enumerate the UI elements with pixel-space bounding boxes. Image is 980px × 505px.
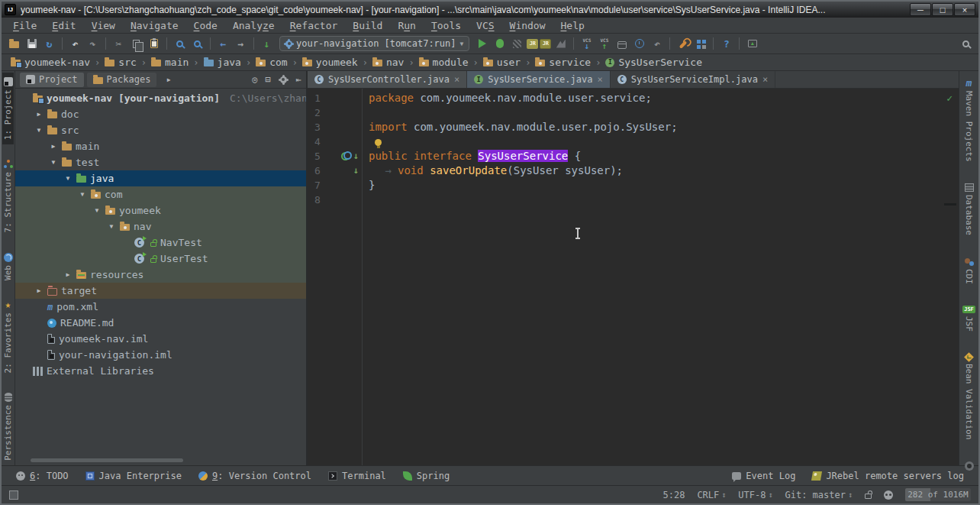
- find-icon[interactable]: [172, 35, 188, 52]
- collapsed-arrow-icon[interactable]: ▶: [63, 271, 73, 278]
- tree-row-com[interactable]: ▼com: [15, 186, 306, 202]
- tree-row-main[interactable]: ▶main: [15, 138, 306, 154]
- editor-tab-sysuserservice-java[interactable]: ISysUserService.java×: [467, 71, 611, 88]
- hide-panel-icon[interactable]: ⇤: [296, 74, 301, 85]
- tool-stripe-bean-validation[interactable]: Bean Validation: [963, 348, 975, 444]
- tool-stripe-jsf[interactable]: JSFJSF: [962, 301, 976, 336]
- maximize-button[interactable]: □: [932, 3, 953, 16]
- menu-build[interactable]: Build: [346, 19, 389, 32]
- line-number[interactable]: 5: [308, 149, 327, 163]
- tree-row-doc[interactable]: ▶doc: [15, 106, 306, 122]
- editor-tab-sysusercontroller-java[interactable]: CSysUserController.java×: [308, 71, 467, 88]
- implemented-marker-icon[interactable]: [341, 151, 352, 161]
- breadcrumb-item-sysuserservice[interactable]: ISysUserService: [602, 57, 705, 68]
- menu-tools[interactable]: Tools: [424, 19, 468, 32]
- save-all-icon[interactable]: [24, 35, 40, 52]
- unlock-icon[interactable]: [865, 494, 872, 499]
- tree-row-navtest[interactable]: CNavTest: [15, 235, 306, 251]
- tree-row-nav[interactable]: ▼nav: [15, 219, 306, 235]
- tree-row-target[interactable]: ▶target: [15, 283, 306, 299]
- cut-icon[interactable]: ✂: [111, 35, 127, 52]
- jrebel-executor-icon[interactable]: [553, 35, 569, 52]
- breadcrumb-item-src[interactable]: src: [102, 57, 139, 68]
- search-everywhere-icon[interactable]: [958, 35, 974, 52]
- code-editor[interactable]: 12345↓6↓78 package com.youmeek.nav.modul…: [308, 89, 959, 465]
- locate-file-icon[interactable]: ◎: [252, 74, 257, 85]
- menu-run[interactable]: Run: [391, 19, 422, 32]
- project-view-tab[interactable]: Project: [20, 73, 84, 87]
- menu-code[interactable]: Code: [187, 19, 224, 32]
- toolwindow-button-terminal[interactable]: Terminal: [321, 469, 393, 483]
- help-icon[interactable]: ?: [718, 35, 734, 52]
- project-settings-gear-icon[interactable]: [280, 76, 287, 83]
- replace-icon[interactable]: [189, 35, 205, 52]
- tree-row-youmeek-nav-iml[interactable]: youmeek-nav.iml: [15, 331, 306, 347]
- editor-tab-sysuserserviceimpl-java[interactable]: CSysUserServiceImpl.java×: [611, 71, 775, 88]
- tool-stripe-database[interactable]: Database: [963, 179, 975, 240]
- tree-row-external-libraries[interactable]: External Libraries: [15, 363, 306, 379]
- commit-changes-icon[interactable]: VCS↑: [596, 35, 612, 52]
- tree-row-java[interactable]: ▼java: [15, 170, 306, 186]
- tool-stripe-web[interactable]: Web: [2, 248, 14, 285]
- undo-icon[interactable]: ↶: [67, 35, 83, 52]
- menu-window[interactable]: Window: [503, 19, 553, 32]
- caret-position[interactable]: 5:28: [662, 490, 685, 500]
- synchronize-icon[interactable]: ↻: [41, 35, 57, 52]
- expanded-arrow-icon[interactable]: ▼: [49, 159, 58, 166]
- close-tab-icon[interactable]: ×: [597, 74, 602, 85]
- expanded-arrow-icon[interactable]: ▼: [78, 191, 87, 198]
- collapsed-arrow-icon[interactable]: ▶: [34, 111, 44, 118]
- rollback-icon[interactable]: ↶: [649, 35, 665, 52]
- run-configuration-select[interactable]: your-navigation [tomcat7:run]▼: [279, 36, 469, 51]
- line-number[interactable]: 2: [308, 105, 327, 120]
- line-number[interactable]: 7: [308, 178, 327, 193]
- breadcrumb-item-nav[interactable]: nav: [369, 57, 407, 68]
- collapsed-arrow-icon[interactable]: ▶: [34, 287, 44, 294]
- project-structure-icon[interactable]: [692, 35, 708, 52]
- run-icon[interactable]: [474, 35, 490, 52]
- menu-file[interactable]: File: [6, 19, 44, 32]
- breadcrumb-item-user[interactable]: user: [480, 57, 524, 68]
- line-number[interactable]: 1: [308, 91, 327, 105]
- menu-analyze[interactable]: Analyze: [226, 19, 282, 32]
- settings-icon[interactable]: [675, 35, 691, 52]
- copy-icon[interactable]: [128, 35, 144, 52]
- memory-indicator[interactable]: 282 of 1016M: [905, 488, 971, 501]
- tool-stripe-1-project[interactable]: 1: Project: [2, 73, 14, 144]
- paste-icon[interactable]: [146, 35, 162, 52]
- breadcrumb-item-service[interactable]: service: [532, 57, 594, 68]
- error-stripe-mark[interactable]: [944, 203, 956, 206]
- toggle-toolwindows-icon[interactable]: [9, 490, 18, 500]
- toolwindow-button-9-version-control[interactable]: 9: Version Control: [192, 469, 318, 483]
- tree-row-your-navigation-iml[interactable]: your-navigation.iml: [15, 347, 306, 363]
- tool-stripe-cdi[interactable]: CDI: [963, 252, 975, 289]
- debug-with-jrebel-icon[interactable]: JR: [540, 39, 551, 49]
- implemented-method-icon[interactable]: ↓: [353, 166, 359, 176]
- collapse-all-icon[interactable]: ⊟: [266, 74, 271, 85]
- menu-vcs[interactable]: VCS: [469, 19, 501, 32]
- recent-changes-icon[interactable]: [631, 35, 647, 52]
- tree-row-pom-xml[interactable]: mpom.xml: [15, 299, 306, 315]
- open-project-icon[interactable]: [6, 35, 22, 52]
- tree-row-test[interactable]: ▼test: [15, 154, 306, 170]
- breadcrumb-item-youmeek[interactable]: youmeek: [299, 57, 361, 68]
- update-project-icon[interactable]: VCS↓: [579, 35, 595, 52]
- line-number[interactable]: 8: [308, 193, 327, 207]
- run-with-coverage-icon[interactable]: [509, 35, 525, 52]
- redo-icon[interactable]: ↷: [85, 35, 101, 52]
- collapsed-arrow-icon[interactable]: ▶: [49, 143, 58, 150]
- tool-stripe-persistence[interactable]: Persistence: [2, 388, 14, 465]
- intention-bulb-icon[interactable]: [375, 139, 382, 146]
- shelve-changes-icon[interactable]: [614, 35, 630, 52]
- git-branch-selector[interactable]: Git: master ↕: [785, 490, 853, 500]
- tool-stripe-7-structure[interactable]: 7: Structure: [2, 155, 14, 237]
- line-number[interactable]: 6: [308, 163, 327, 178]
- hector-inspections-icon[interactable]: [884, 490, 893, 500]
- inspection-ok-icon[interactable]: ✓: [946, 91, 953, 105]
- back-icon[interactable]: ←: [215, 35, 231, 52]
- line-number[interactable]: 4: [308, 134, 327, 149]
- toolwindow-button-6-todo[interactable]: 6: TODO: [9, 469, 76, 483]
- tree-row-readme-md[interactable]: README.md: [15, 315, 306, 331]
- breadcrumb-item-java[interactable]: java: [201, 57, 244, 68]
- expanded-arrow-icon[interactable]: ▼: [107, 223, 116, 230]
